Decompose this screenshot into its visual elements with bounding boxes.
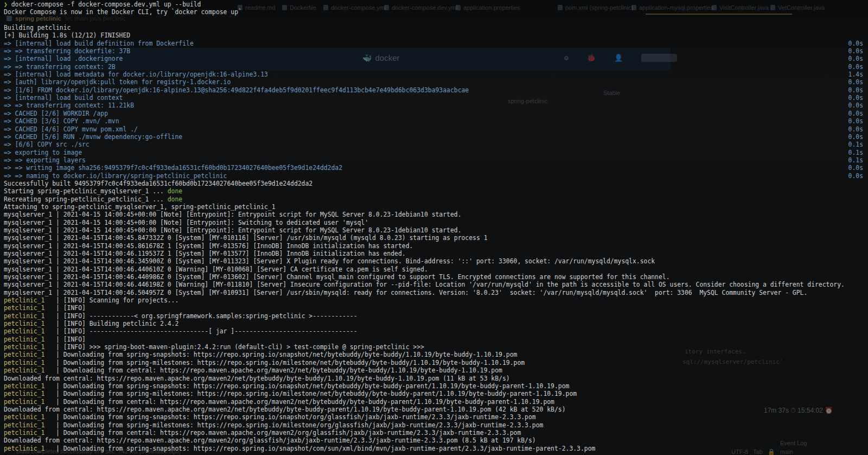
terminal-line: Recreating spring-petclinic_petclinic_1 … <box>4 195 868 203</box>
terminal-line: petclinic_1 | Downloading from central: … <box>4 366 868 374</box>
terminal-line: petclinic_1 | Downloading from spring-sn… <box>4 445 868 452</box>
terminal-line: [+] Building 1.8s (12/12) FINISHED <box>4 31 868 39</box>
terminal-line: petclinic_1 | Downloading from spring-mi… <box>4 421 868 429</box>
terminal-line: Downloaded from central: https://repo.ma… <box>4 406 868 413</box>
terminal-line: mysqlserver_1 | 2021-04-15T14:00:45.8473… <box>4 234 868 242</box>
terminal-line: => CACHED [2/6] WORKDIR /app0.0s <box>4 110 868 117</box>
terminal-line: => [1/6] FROM docker.io/library/openjdk:… <box>4 86 868 94</box>
step-duration: 0.0s <box>848 125 863 133</box>
step-duration: 0.0s <box>848 47 863 55</box>
terminal-line: Successfully built 9495379f7c0c4f933eda1… <box>4 180 868 187</box>
terminal-line: => exporting to image0.1s <box>4 149 868 156</box>
step-duration: 0.0s <box>848 110 863 117</box>
terminal-line: => [internal] load .dockerignore0.0s <box>4 55 868 62</box>
terminal-line: petclinic_1 | Downloading from spring-sn… <box>4 351 868 358</box>
terminal-line: petclinic_1 | [INFO] Scanning for projec… <box>4 296 868 304</box>
step-duration: 0.0s <box>848 164 863 172</box>
terminal-line: mysqlserver_1 | 2021-04-15T14:00:46.5049… <box>4 289 868 296</box>
terminal-line: petclinic_1 | Downloading from spring-mi… <box>4 359 868 366</box>
terminal-line: => [6/6] COPY src ./src0.1s <box>4 141 868 148</box>
terminal-line: => CACHED [3/6] COPY .mvn/ .mvn0.0s <box>4 117 868 125</box>
terminal-line: Downloaded from central: https://repo.ma… <box>4 437 868 444</box>
step-duration: 0.0s <box>848 117 863 125</box>
terminal-line: petclinic_1 | Downloading from spring-mi… <box>4 390 868 397</box>
terminal-line: petclinic_1 | [INFO] >>> spring-boot-mav… <box>4 343 868 351</box>
terminal-line: => => exporting layers0.1s <box>4 156 868 164</box>
terminal-line <box>4 16 868 24</box>
terminal-line: => [internal] load build context0.0s <box>4 94 868 102</box>
step-duration: 0.0s <box>848 86 863 94</box>
terminal-line: mysqlserver_1 | 2021-04-15T14:00:45.8616… <box>4 242 868 250</box>
step-duration: 1.4s <box>848 71 863 78</box>
terminal-line: => CACHED [4/6] COPY mvnw pom.xml ./0.0s <box>4 125 868 133</box>
terminal-line: => [internal] load metadata for docker.i… <box>4 71 868 78</box>
terminal-line: mysqlserver_1 | 2021-04-15 14:00:45+00:0… <box>4 211 868 218</box>
terminal-line: mysqlserver_1 | 2021-04-15T14:00:46.3459… <box>4 257 868 265</box>
terminal-line: mysqlserver_1 | 2021-04-15 14:00:45+00:0… <box>4 219 868 226</box>
terminal-line: mysqlserver_1 | 2021-04-15T14:00:46.1195… <box>4 250 868 257</box>
terminal-line: petclinic_1 | [INFO] <box>4 336 868 343</box>
step-duration: 0.0s <box>848 63 863 71</box>
step-duration: 0.0s <box>848 94 863 102</box>
step-duration: 0.1s <box>848 141 863 148</box>
terminal-line: ❯ docker-compose -f docker-compose.dev.y… <box>4 1 868 8</box>
step-duration: 0.0s <box>848 78 863 86</box>
terminal-line: Starting spring-petclinic_mysqlserver_1 … <box>4 187 868 195</box>
step-duration: 0.0s <box>848 55 863 62</box>
terminal-line: petclinic_1 | Downloading from spring-sn… <box>4 382 868 390</box>
terminal-line: => => writing image sha256:9495379f7c0c4… <box>4 164 868 172</box>
step-duration: 0.1s <box>848 149 863 156</box>
terminal-line: => => transferring context: 2B0.0s <box>4 63 868 71</box>
terminal-line: => [auth] library/openjdk:pull token for… <box>4 78 868 86</box>
terminal-line: => => transferring dockerfile: 37B0.0s <box>4 47 868 55</box>
terminal-line: petclinic_1 | [INFO] Building petclinic … <box>4 320 868 327</box>
terminal-line: Building petclinic <box>4 24 868 31</box>
terminal-line: mysqlserver_1 | 2021-04-15T14:00:46.4461… <box>4 281 868 288</box>
terminal-line: mysqlserver_1 | 2021-04-15T14:00:46.4406… <box>4 266 868 273</box>
terminal-line: Attaching to spring-petclinic_mysqlserve… <box>4 203 868 211</box>
terminal-line: petclinic_1 | Downloading from central: … <box>4 398 868 406</box>
terminal-line: mysqlserver_1 | 2021-04-15T14:00:46.4409… <box>4 273 868 281</box>
step-duration: 0.0s <box>848 40 863 47</box>
terminal-line: => => transferring context: 11.21kB0.0s <box>4 102 868 109</box>
step-duration: 0.0s <box>848 172 863 180</box>
terminal-line: mysqlserver_1 | 2021-04-15 14:00:45+00:0… <box>4 226 868 234</box>
step-duration: 0.0s <box>848 102 863 109</box>
step-duration: 0.0s <box>848 133 863 141</box>
terminal-line: petclinic_1 | Downloading from central: … <box>4 429 868 437</box>
step-duration: 0.1s <box>848 156 863 164</box>
terminal-line: petclinic_1 | [INFO] <box>4 304 868 312</box>
terminal-line: petclinic_1 | Downloading from spring-sn… <box>4 413 868 421</box>
terminal-line: petclinic_1 | [INFO] ------------< org.s… <box>4 312 868 320</box>
terminal-line: Docker Compose is now in the Docker CLI,… <box>4 8 868 16</box>
terminal-line: => => naming to docker.io/library/spring… <box>4 172 868 180</box>
terminal-line: => [internal] load build definition from… <box>4 40 868 47</box>
terminal-line: Downloaded from central: https://repo.ma… <box>4 375 868 382</box>
terminal-line: petclinic_1 | [INFO] -------------------… <box>4 327 868 335</box>
terminal-output[interactable]: ❯ docker-compose -f docker-compose.dev.y… <box>0 0 868 455</box>
terminal-line: => CACHED [5/6] RUN ./mvnw dependency:go… <box>4 133 868 141</box>
